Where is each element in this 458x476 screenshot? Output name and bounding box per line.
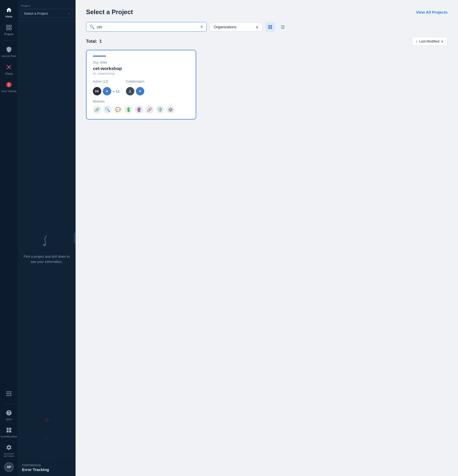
project-card[interactable]: Org: SRM cet-workshop Id: cetworkshop Ad… xyxy=(86,50,196,120)
page-header: Select a Project View All Projects xyxy=(86,8,448,16)
collaborators-label: Collaborators xyxy=(126,80,145,83)
svg-rect-27 xyxy=(270,25,272,27)
grid-view-toggle[interactable] xyxy=(265,22,275,32)
grid-view-icon xyxy=(268,25,272,29)
svg-rect-29 xyxy=(270,27,272,29)
error-tracking-icon: ! xyxy=(5,80,13,89)
grid-icon xyxy=(5,390,13,398)
nav-item-chaos[interactable]: Chaos xyxy=(0,60,18,78)
sidebar-header: Project Select a Project › xyxy=(18,0,76,21)
svg-rect-31 xyxy=(281,27,285,27)
svg-rect-17 xyxy=(9,428,11,430)
chevron-right-icon: › xyxy=(68,11,70,15)
card-org: Org: SRM xyxy=(93,61,189,64)
card-name: cet-workshop xyxy=(93,66,189,71)
nav-item-projects[interactable]: Projects xyxy=(0,21,18,38)
sort-button[interactable]: ↕ Last Modified ∨ xyxy=(412,37,448,46)
admin-avatars: DK + + 12 xyxy=(93,87,120,95)
user-avatar[interactable]: AP xyxy=(4,462,14,472)
dashboards-icon xyxy=(5,426,13,434)
home-icon xyxy=(5,6,13,14)
chevron-down-icon: ∨ xyxy=(256,25,258,29)
svg-point-23 xyxy=(44,436,49,441)
results-bar: Total: 1 ↕ Last Modified ∨ xyxy=(86,37,448,46)
page-title: Select a Project xyxy=(86,8,133,16)
svg-rect-10 xyxy=(7,393,8,394)
svg-rect-26 xyxy=(268,25,270,27)
org-select-dropdown[interactable]: Organizations ∨ xyxy=(210,23,262,31)
bg-decorative-icon xyxy=(26,417,68,460)
settings-icon xyxy=(5,443,13,452)
clear-search-button[interactable]: ✕ xyxy=(200,24,203,29)
total-count: Total: 1 xyxy=(86,39,102,44)
module-icon-5[interactable]: 🔮 xyxy=(135,105,143,114)
list-view-icon xyxy=(281,25,285,29)
nav-divider-2 xyxy=(4,404,14,404)
admin-add-button[interactable]: + xyxy=(103,87,111,95)
svg-point-25 xyxy=(45,419,48,421)
modules-label: Modules xyxy=(93,100,189,103)
module-icon-7[interactable]: 🛡️ xyxy=(156,105,164,114)
svg-point-4 xyxy=(8,66,10,68)
module-icon-4[interactable]: 💲 xyxy=(124,105,133,114)
nav-item-help[interactable]: HELP xyxy=(0,406,18,423)
nav-item-security-tests[interactable]: Security Tests xyxy=(0,43,18,60)
nav-item-grid[interactable] xyxy=(0,387,18,401)
project-select-text: Select a Project xyxy=(24,12,48,15)
view-all-projects-link[interactable]: View All Projects xyxy=(416,10,448,14)
svg-rect-13 xyxy=(7,395,8,396)
nav-label-account-settings: ACCOUNTSETTINGS xyxy=(4,453,14,458)
svg-rect-11 xyxy=(8,393,9,394)
left-nav: Home Projects Security Tests Chaos ! Err… xyxy=(0,0,18,476)
sidebar-footer: CONTINUOUS Error Tracking xyxy=(18,460,76,476)
footer-title: Error Tracking xyxy=(22,467,71,472)
sidebar-collapse-button[interactable]: ‹ xyxy=(73,233,76,243)
modules-row: 🔗 🔍 💬 💲 🔮 🔗 🛡️ ⚙️ xyxy=(93,105,189,114)
sidebar-hint-text: Pick a project and drill down to see you… xyxy=(22,254,71,264)
admin-label: Admin (13) xyxy=(93,80,120,83)
project-label: Project xyxy=(21,4,72,7)
collaborator-add-button[interactable]: + xyxy=(136,87,144,95)
search-box: 🔍 ✕ xyxy=(86,22,207,32)
nav-divider-1 xyxy=(4,40,14,41)
svg-rect-30 xyxy=(281,25,285,26)
sidebar-hint: Pick a project and drill down to see you… xyxy=(18,21,76,476)
search-icon: 🔍 xyxy=(89,24,95,29)
nav-label-help: HELP xyxy=(6,418,12,421)
svg-rect-12 xyxy=(10,393,11,394)
module-icon-8[interactable]: ⚙️ xyxy=(166,105,175,114)
module-icon-6[interactable]: 🔗 xyxy=(145,105,154,114)
project-select-button[interactable]: Select a Project › xyxy=(21,9,72,18)
svg-rect-0 xyxy=(7,25,8,27)
nav-item-error-tracking[interactable]: ! Error Tracking xyxy=(0,78,18,95)
nav-item-dashboards[interactable]: DASHBOARDS xyxy=(0,423,18,441)
svg-rect-28 xyxy=(268,27,270,29)
svg-rect-18 xyxy=(7,430,9,432)
admin-extra-count: + 12 xyxy=(113,89,120,93)
module-icon-1[interactable]: 🔗 xyxy=(93,105,101,114)
help-icon xyxy=(5,409,13,417)
main-content: Select a Project View All Projects 🔍 ✕ O… xyxy=(76,0,458,476)
svg-rect-14 xyxy=(8,395,9,396)
nav-label-security: Security Tests xyxy=(2,55,16,58)
nav-label-dashboards: DASHBOARDS xyxy=(1,435,17,438)
list-view-toggle[interactable] xyxy=(278,22,287,32)
module-icon-2[interactable]: 🔍 xyxy=(103,105,112,114)
nav-label-projects: Projects xyxy=(4,33,14,36)
nav-item-account-settings[interactable]: ACCOUNTSETTINGS xyxy=(0,441,18,460)
sort-icon: ↕ xyxy=(416,39,418,43)
nav-label-home: Home xyxy=(6,15,13,18)
filters-row: 🔍 ✕ Organizations ∨ xyxy=(86,22,448,32)
card-top-bar xyxy=(93,56,106,57)
chaos-icon xyxy=(5,63,13,71)
svg-rect-16 xyxy=(7,428,9,430)
arrow-icon xyxy=(39,233,55,250)
search-input[interactable] xyxy=(97,25,198,29)
card-id: Id: cetworkshop xyxy=(93,72,189,75)
module-icon-3[interactable]: 💬 xyxy=(114,105,122,114)
svg-rect-19 xyxy=(9,430,11,432)
card-members-row: Admin (13) DK + + 12 Collaborators + xyxy=(93,80,189,95)
svg-rect-15 xyxy=(10,395,11,396)
nav-item-home[interactable]: Home xyxy=(0,3,18,21)
nav-label-error-tracking: Error Tracking xyxy=(2,90,17,93)
